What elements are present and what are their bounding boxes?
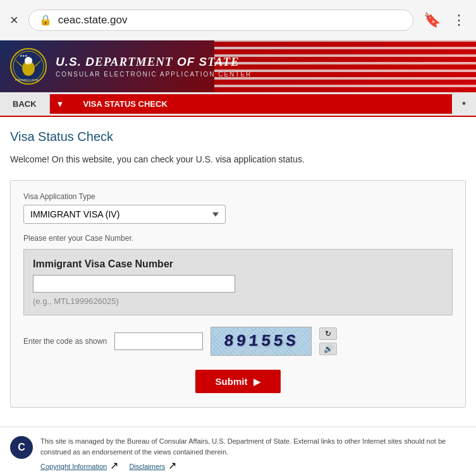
submit-row: Submit ▶ (23, 370, 453, 393)
visa-type-select[interactable]: IMMIGRANT VISA (IV) NON-IMMIGRANT VISA (… (23, 205, 226, 224)
submit-label: Submit (216, 376, 248, 387)
eagle-seal-logo: ★★★ E PLURIBUS UNUM (10, 48, 47, 85)
captcha-refresh-button[interactable]: ↻ (319, 327, 337, 340)
browser-action-icons: 🔖 ⋮ (424, 12, 466, 28)
footer-text-block: This site is managed by the Bureau of Co… (40, 436, 466, 471)
footer-links: Copyright Information ↗ Disclaimers ↗ (40, 459, 466, 471)
form-card: Visa Application Type IMMIGRANT VISA (IV… (10, 180, 466, 408)
visa-type-label: Visa Application Type (23, 192, 453, 201)
header-banner: ★★★ E PLURIBUS UNUM U.S. Department of S… (0, 40, 476, 92)
address-bar[interactable]: 🔒 ceac.state.gov (28, 9, 413, 31)
captcha-input[interactable] (114, 332, 203, 350)
footer-link-ext-icon-1: ↗ (110, 460, 118, 471)
case-number-title: Immigrant Visa Case Number (33, 258, 443, 270)
submit-button[interactable]: Submit ▶ (195, 370, 281, 393)
welcome-text: Welcome! On this website, you can check … (10, 153, 466, 166)
footer-logo: C (10, 436, 33, 459)
footer-description: This site is managed by the Bureau of Co… (40, 436, 466, 457)
captcha-label: Enter the code as shown (23, 337, 107, 346)
nav-bar: BACK ▼ VISA STATUS CHECK • (0, 92, 476, 117)
menu-icon[interactable]: ⋮ (452, 12, 466, 28)
back-button[interactable]: BACK (0, 94, 50, 114)
captcha-text: 89155S (223, 332, 299, 351)
disclaimers-link[interactable]: Disclaimers (129, 463, 165, 470)
case-number-input[interactable] (33, 275, 235, 293)
browser-chrome: × 🔒 ceac.state.gov 🔖 ⋮ (0, 0, 476, 40)
nav-dropdown-button[interactable]: ▼ (50, 94, 71, 114)
lock-icon: 🔒 (39, 14, 52, 26)
footer: C This site is managed by the Bureau of … (0, 427, 476, 474)
footer-link-ext-icon-2: ↗ (168, 460, 176, 471)
captcha-image: 89155S (211, 327, 312, 356)
bookmark-icon[interactable]: 🔖 (424, 12, 441, 28)
url-text: ceac.state.gov (58, 14, 128, 27)
dept-name: U.S. Department of State (56, 55, 252, 69)
case-number-prompt: Please enter your Case Number. (23, 234, 453, 243)
submit-arrow-icon: ▶ (253, 377, 260, 387)
nav-visa-status-label[interactable]: VISA STATUS CHECK (70, 94, 451, 114)
captcha-row: Enter the code as shown 89155S ↻ 🔊 (23, 327, 453, 356)
case-number-example: (e.g., MTL1999626025) (33, 296, 443, 306)
department-title: U.S. Department of State Consular Electr… (56, 55, 252, 78)
svg-text:★★★: ★★★ (20, 54, 28, 58)
page-title: Visa Status Check (10, 130, 466, 144)
main-content: Visa Status Check Welcome! On this websi… (0, 117, 476, 427)
page-content: ★★★ E PLURIBUS UNUM U.S. Department of S… (0, 40, 476, 474)
nav-dot: • (452, 92, 476, 116)
captcha-action-icons: ↻ 🔊 (319, 327, 337, 355)
svg-text:E PLURIBUS UNUM: E PLURIBUS UNUM (15, 78, 38, 82)
dept-subtitle: Consular Electronic Application Center (56, 71, 252, 78)
close-tab-button[interactable]: × (10, 12, 18, 28)
case-number-box: Immigrant Visa Case Number (e.g., MTL199… (23, 249, 453, 315)
copyright-link[interactable]: Copyright Information (40, 463, 107, 470)
captcha-audio-button[interactable]: 🔊 (319, 343, 337, 355)
